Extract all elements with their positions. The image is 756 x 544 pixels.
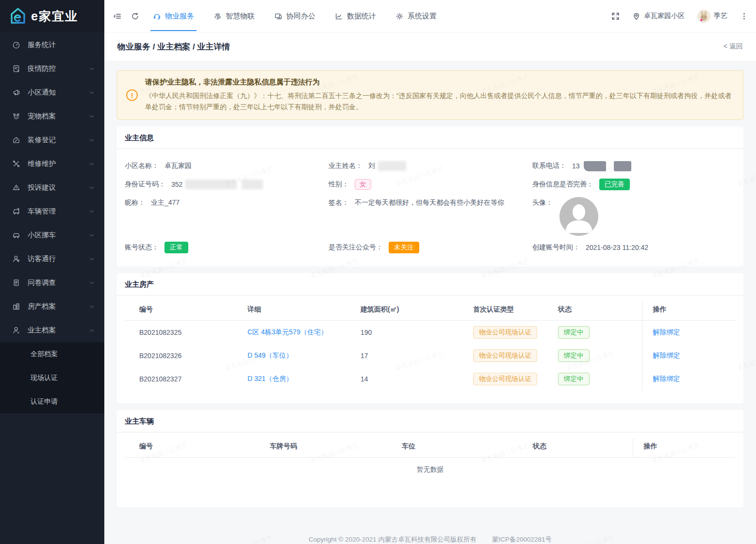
megaphone-icon bbox=[12, 88, 21, 97]
field-phone: 联系电话： 13 bbox=[532, 157, 736, 175]
tab-label: 协同办公 bbox=[286, 12, 315, 21]
column-header: 车位 bbox=[402, 438, 533, 458]
tab-data-stats[interactable]: 数据统计 bbox=[335, 0, 376, 32]
chart-icon bbox=[335, 12, 343, 20]
user-menu[interactable]: 季艺 bbox=[697, 10, 727, 23]
chevron-down-icon bbox=[89, 66, 95, 72]
sidebar-subitem-2[interactable]: 认证申请 bbox=[0, 390, 104, 413]
page-content: 卓瓦家园小区季艺卓瓦家园小区季艺卓瓦家园小区季艺卓瓦家园小区季艺卓瓦家园小区季艺… bbox=[104, 61, 756, 544]
user-name: 季艺 bbox=[714, 12, 727, 20]
fullscreen-icon[interactable] bbox=[611, 12, 620, 20]
banner-title: 请保护业主隐私，非法泄露业主隐私信息属于违法行为 bbox=[145, 78, 734, 87]
sidebar-item-9[interactable]: 访客通行 bbox=[0, 247, 104, 271]
column-header: 状态 bbox=[558, 301, 642, 321]
complaint-icon bbox=[12, 183, 21, 192]
property-detail-link[interactable]: D 549（车位） bbox=[247, 351, 293, 359]
property-detail-link[interactable]: C区 4栋3单元579（住宅） bbox=[247, 328, 328, 336]
property-area: 14 bbox=[361, 367, 473, 391]
sidebar-item-1[interactable]: 疫情防控 bbox=[0, 57, 104, 81]
redacted-id bbox=[185, 180, 237, 189]
sidebar-item-8[interactable]: 小区挪车 bbox=[0, 223, 104, 247]
column-header: 操作 bbox=[642, 301, 736, 321]
visitor-icon bbox=[12, 255, 21, 264]
gauge-icon bbox=[12, 41, 21, 49]
community-switcher[interactable]: 卓瓦家园小区 bbox=[632, 12, 685, 20]
move-car-icon bbox=[12, 231, 21, 240]
tab-collab-office[interactable]: 协同办公 bbox=[274, 0, 315, 32]
sidebar-item-4[interactable]: 装修登记 bbox=[0, 128, 104, 152]
unbind-button[interactable]: 解除绑定 bbox=[653, 328, 680, 336]
column-header: 建筑面积(㎡) bbox=[361, 301, 473, 321]
sidebar-item-10[interactable]: 问卷调查 bbox=[0, 271, 104, 295]
unbind-button[interactable]: 解除绑定 bbox=[653, 375, 680, 382]
vehicle-table-container: 编号车牌号码车位状态操作 暂无数据 bbox=[117, 432, 743, 507]
tab-system-settings[interactable]: 系统设置 bbox=[395, 0, 437, 32]
community-name: 卓瓦家园小区 bbox=[644, 12, 685, 20]
menu-fold-icon[interactable] bbox=[113, 12, 121, 20]
back-button[interactable]: < 返回 bbox=[723, 42, 743, 51]
logo-text: e家宜业 bbox=[31, 8, 78, 24]
table-row: B2021082327 D 321（仓房） 14 物业公司现场认证 绑定中 解除… bbox=[125, 367, 736, 391]
sidebar-item-7[interactable]: 车辆管理 bbox=[0, 199, 104, 223]
sidebar-item-label: 业主档案 bbox=[28, 326, 56, 335]
chevron-down-icon bbox=[89, 304, 95, 310]
sidebar-item-label: 问卷调查 bbox=[28, 278, 56, 287]
property-detail-link[interactable]: D 321（仓房） bbox=[247, 375, 293, 382]
tab-smart-iot[interactable]: 智慧物联 bbox=[214, 0, 255, 32]
tab-label: 系统设置 bbox=[408, 12, 437, 21]
bind-status-badge: 绑定中 bbox=[558, 326, 590, 339]
auth-type-badge: 物业公司现场认证 bbox=[473, 349, 537, 362]
sidebar-item-label: 维修维护 bbox=[28, 159, 56, 168]
field-account-status: 账号状态： 正常 bbox=[125, 239, 329, 256]
epidemic-doc-icon bbox=[12, 65, 21, 73]
app-root: e家宜业 服务统计 疫情防控 小区通知 宠物档案 装修登记 维修维护 投诉建议 … bbox=[0, 0, 756, 544]
refresh-icon[interactable] bbox=[131, 12, 139, 20]
column-header: 编号 bbox=[125, 301, 247, 321]
sidebar-item-2[interactable]: 小区通知 bbox=[0, 81, 104, 104]
owner-info-card: 业主信息 小区名称： 卓瓦家园 业主姓名： 刘 联系电话： 13 bbox=[117, 127, 743, 266]
unbind-button[interactable]: 解除绑定 bbox=[653, 351, 680, 359]
breadcrumb: 物业服务 / 业主档案 / 业主详情 bbox=[117, 41, 230, 52]
gear-icon bbox=[395, 12, 404, 20]
tab-property-service[interactable]: 物业服务 bbox=[153, 0, 194, 32]
field-created-time: 创建账号时间： 2021-08-23 11:20:42 bbox=[532, 239, 736, 256]
breadcrumb-row: 物业服务 / 业主档案 / 业主详情 < 返回 bbox=[104, 32, 756, 61]
sidebar-item-0[interactable]: 服务统计 bbox=[0, 33, 104, 57]
field-owner-name: 业主姓名： 刘 bbox=[329, 157, 532, 175]
field-avatar: 头像： bbox=[532, 194, 736, 239]
bind-status-badge: 绑定中 bbox=[558, 373, 590, 385]
icp-text: 蒙ICP备20002281号 bbox=[492, 535, 552, 544]
chevron-down-icon bbox=[89, 185, 95, 191]
property-id: B2021082325 bbox=[125, 321, 247, 344]
sidebar-item-11[interactable]: 房产档案 bbox=[0, 295, 104, 318]
sidebar-item-12[interactable]: 业主档案 bbox=[0, 318, 104, 342]
bind-status-badge: 绑定中 bbox=[558, 349, 590, 362]
owner-vehicle-card: 业主车辆 编号车牌号码车位状态操作 暂无数据 bbox=[117, 410, 743, 507]
sidebar-item-3[interactable]: 宠物档案 bbox=[0, 104, 104, 128]
sidebar-subitem-0[interactable]: 全部档案 bbox=[0, 342, 104, 366]
property-table-container: 编号详细建筑面积(㎡)首次认证类型状态操作 B2021082325 C区 4栋3… bbox=[117, 296, 743, 403]
redacted-name bbox=[378, 161, 406, 171]
main-area: 物业服务 智慧物联 协同办公 数据统计 系统设置 卓瓦家园小区 bbox=[104, 0, 756, 544]
account-status-badge: 正常 bbox=[164, 242, 188, 253]
sidebar-item-label: 车辆管理 bbox=[28, 207, 56, 216]
chevron-down-icon bbox=[89, 161, 95, 167]
tab-label: 物业服务 bbox=[165, 12, 194, 21]
pet-icon bbox=[12, 112, 21, 121]
app-logo: e家宜业 bbox=[0, 0, 104, 32]
headset-icon bbox=[153, 12, 161, 20]
more-dots-icon[interactable] bbox=[740, 12, 748, 20]
chevron-down-icon bbox=[89, 209, 95, 214]
sidebar-subitem-1[interactable]: 现场认证 bbox=[0, 366, 104, 390]
chevron-down-icon bbox=[89, 256, 95, 262]
sidebar-item-5[interactable]: 维修维护 bbox=[0, 152, 104, 176]
sidebar-item-label: 小区通知 bbox=[28, 88, 56, 97]
gender-badge: 女 bbox=[355, 179, 371, 190]
empty-data-text: 暂无数据 bbox=[125, 457, 736, 495]
owner-info-title: 业主信息 bbox=[117, 127, 743, 149]
tab-label: 数据统计 bbox=[347, 12, 376, 21]
empty-row: 暂无数据 bbox=[125, 457, 736, 495]
sidebar-item-label: 房产档案 bbox=[28, 302, 56, 311]
sidebar-item-6[interactable]: 投诉建议 bbox=[0, 176, 104, 199]
banner-body: 《中华人民共和国刑法修正案（九）》：十七、将刑法第二百五十三条之一修改为：“违反… bbox=[145, 90, 734, 113]
